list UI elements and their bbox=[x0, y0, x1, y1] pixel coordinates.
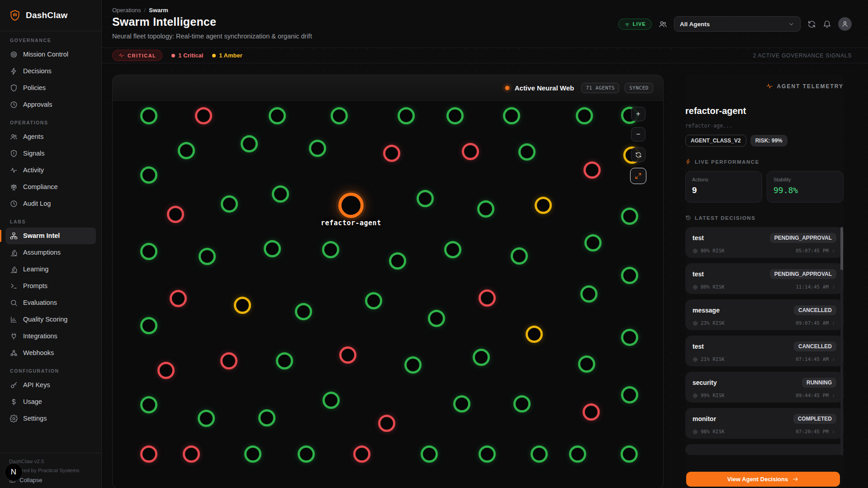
agent-node[interactable] bbox=[140, 396, 157, 413]
agent-node[interactable] bbox=[298, 445, 315, 463]
agent-node[interactable] bbox=[157, 362, 175, 379]
agent-node[interactable] bbox=[276, 352, 293, 370]
agent-node[interactable] bbox=[576, 107, 593, 124]
agent-node[interactable] bbox=[383, 145, 400, 162]
sidebar-item-prompts[interactable]: Prompts bbox=[5, 278, 96, 294]
agent-node[interactable] bbox=[353, 445, 370, 463]
decision-card[interactable]: messageCANCELLED23% RISK09:07:45 AM bbox=[685, 299, 844, 330]
agent-node[interactable] bbox=[199, 248, 216, 265]
sidebar-item-usage[interactable]: Usage bbox=[5, 393, 96, 410]
agent-filter-select[interactable]: All Agents bbox=[674, 16, 801, 32]
agent-node[interactable] bbox=[580, 285, 598, 303]
sidebar-item-decisions[interactable]: Decisions bbox=[5, 63, 96, 80]
agent-node[interactable] bbox=[322, 241, 339, 258]
agent-node[interactable] bbox=[535, 197, 552, 214]
agent-node[interactable] bbox=[584, 234, 602, 251]
agent-node-selected[interactable]: refactor-agent bbox=[338, 193, 364, 218]
agent-node[interactable] bbox=[244, 445, 261, 463]
sidebar-item-audit-log[interactable]: Audit Log bbox=[5, 195, 96, 212]
decision-card[interactable]: testPENDING_APPROVAL80% RISK11:14:45 AM bbox=[685, 263, 844, 294]
agent-node[interactable] bbox=[473, 349, 490, 366]
sidebar-item-settings[interactable]: Settings bbox=[5, 410, 96, 427]
sidebar-item-evaluations[interactable]: Evaluations bbox=[5, 294, 96, 311]
agent-node[interactable] bbox=[167, 206, 184, 223]
agent-node[interactable] bbox=[220, 352, 237, 370]
agent-node[interactable] bbox=[428, 310, 445, 327]
agent-node[interactable] bbox=[140, 317, 157, 334]
agent-node[interactable] bbox=[170, 290, 187, 307]
agent-node[interactable] bbox=[511, 247, 528, 265]
neural-canvas[interactable]: Active Neural Web 71 AGENTS SYNCED + − r… bbox=[112, 75, 664, 488]
sidebar-item-learning[interactable]: Learning bbox=[5, 261, 96, 278]
agent-node[interactable] bbox=[583, 403, 600, 421]
sidebar-item-compliance[interactable]: Compliance bbox=[5, 179, 96, 195]
panel-scrollbar[interactable] bbox=[840, 227, 843, 455]
scrollbar-thumb[interactable] bbox=[840, 227, 843, 270]
view-agent-decisions-button[interactable]: View Agent Decisions bbox=[686, 472, 840, 487]
agent-node[interactable] bbox=[221, 195, 238, 213]
notifications-button[interactable] bbox=[823, 20, 831, 28]
agent-node[interactable] bbox=[503, 107, 520, 124]
decision-card[interactable]: monitorCOMPLETED98% RISK07:20:45 PM bbox=[685, 408, 844, 439]
sidebar-item-mission-control[interactable]: Mission Control bbox=[5, 46, 96, 63]
breadcrumb-operations[interactable]: Operations bbox=[112, 7, 141, 14]
sidebar-item-activity[interactable]: Activity bbox=[5, 162, 96, 179]
agent-node[interactable] bbox=[140, 445, 157, 463]
agent-node[interactable] bbox=[621, 208, 638, 225]
collapse-button[interactable]: Collapse bbox=[9, 477, 92, 483]
agent-node[interactable] bbox=[365, 292, 382, 309]
reset-view-button[interactable] bbox=[631, 147, 645, 162]
agent-node[interactable] bbox=[234, 297, 251, 314]
sidebar-item-approvals[interactable]: Approvals bbox=[5, 96, 96, 113]
sidebar-item-swarm-intel[interactable]: Swarm Intel bbox=[5, 227, 96, 244]
agent-node[interactable] bbox=[295, 303, 312, 320]
agent-node[interactable] bbox=[583, 161, 601, 179]
agent-node[interactable] bbox=[417, 190, 434, 207]
agent-node[interactable] bbox=[518, 143, 536, 161]
agent-node[interactable] bbox=[453, 395, 470, 412]
agent-node[interactable] bbox=[269, 107, 286, 124]
agent-node[interactable] bbox=[378, 415, 395, 432]
agent-node[interactable] bbox=[513, 395, 531, 412]
agent-node[interactable] bbox=[404, 356, 422, 374]
agent-node[interactable] bbox=[140, 107, 157, 124]
fullscreen-button[interactable] bbox=[630, 168, 646, 184]
agent-node[interactable] bbox=[178, 142, 195, 159]
agent-node[interactable] bbox=[526, 326, 543, 343]
agent-node[interactable] bbox=[569, 445, 586, 463]
agent-node[interactable] bbox=[479, 289, 496, 307]
agent-node[interactable] bbox=[578, 355, 595, 373]
agent-node[interactable] bbox=[258, 409, 275, 426]
agent-node[interactable] bbox=[531, 445, 548, 463]
decision-card[interactable]: securityRUNNING99% RISK09:44:45 PM bbox=[685, 372, 844, 403]
refresh-button[interactable] bbox=[807, 20, 816, 28]
agent-node[interactable] bbox=[621, 267, 638, 284]
sidebar-item-assumptions[interactable]: Assumptions bbox=[5, 244, 96, 261]
agent-node[interactable] bbox=[462, 143, 479, 160]
sidebar-item-quality-scoring[interactable]: Quality Scoring bbox=[5, 311, 96, 328]
agent-node[interactable] bbox=[241, 135, 258, 152]
agent-node[interactable] bbox=[389, 252, 406, 270]
sidebar-item-policies[interactable]: Policies bbox=[5, 80, 96, 96]
decision-card[interactable]: testCANCELLED21% RISK07:14:45 AM bbox=[685, 336, 844, 366]
agent-node[interactable] bbox=[264, 240, 281, 257]
agent-node[interactable] bbox=[444, 241, 461, 258]
sidebar-item-signals[interactable]: Signals bbox=[5, 145, 96, 162]
sidebar-item-integrations[interactable]: Integrations bbox=[5, 328, 96, 345]
agent-node[interactable] bbox=[309, 140, 326, 157]
agent-node[interactable] bbox=[198, 410, 215, 427]
agent-node[interactable] bbox=[195, 107, 212, 124]
agent-node[interactable] bbox=[446, 107, 464, 124]
agent-node[interactable] bbox=[140, 243, 157, 260]
zoom-in-button[interactable]: + bbox=[631, 107, 645, 121]
agent-node[interactable] bbox=[183, 445, 200, 463]
sidebar-item-webhooks[interactable]: Webhooks bbox=[5, 345, 96, 361]
sidebar-item-api-keys[interactable]: API Keys bbox=[5, 377, 96, 393]
agent-node[interactable] bbox=[421, 445, 438, 463]
agent-node[interactable] bbox=[479, 445, 496, 463]
user-avatar[interactable] bbox=[838, 17, 852, 31]
agent-node[interactable] bbox=[621, 445, 638, 463]
agent-node[interactable] bbox=[331, 107, 348, 124]
sidebar-item-agents[interactable]: Agents bbox=[5, 128, 96, 145]
agent-node[interactable] bbox=[621, 386, 638, 403]
